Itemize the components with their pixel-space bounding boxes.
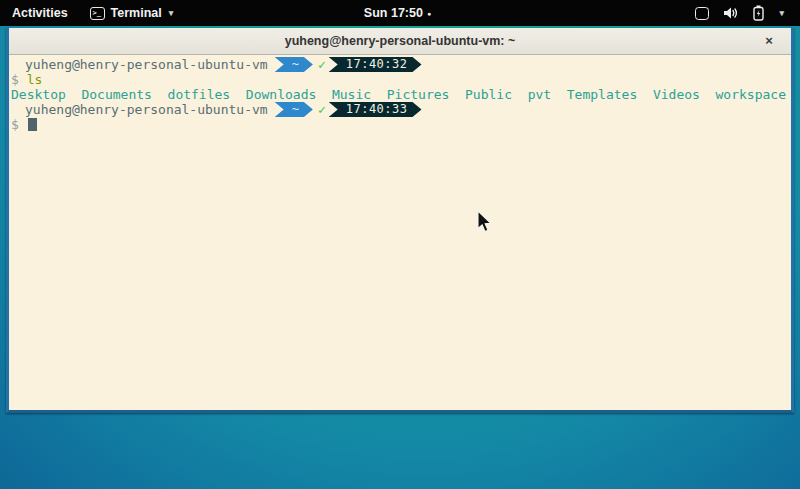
directory-name: Downloads bbox=[246, 87, 316, 102]
directory-name: workspace bbox=[716, 87, 786, 102]
prompt-symbol: $ bbox=[11, 72, 19, 87]
directory-name: Videos bbox=[653, 87, 700, 102]
top-bar: Activities >_ Terminal ▾ Sun 17:50 ● ▾ bbox=[0, 0, 800, 26]
chevron-down-icon: ▾ bbox=[169, 8, 174, 18]
directory-name: Public bbox=[465, 87, 512, 102]
terminal-content[interactable]: yuheng@henry-personal-ubuntu-vm ~ ✓ 17:4… bbox=[9, 55, 791, 410]
terminal-cursor bbox=[28, 118, 37, 131]
battery-charging-icon bbox=[753, 5, 764, 21]
clock-button[interactable]: Sun 17:50 ● bbox=[356, 0, 439, 26]
directory-name: Pictures bbox=[387, 87, 450, 102]
directory-name: Music bbox=[332, 87, 371, 102]
cwd-badge: ~ bbox=[275, 102, 313, 117]
activities-button[interactable]: Activities bbox=[0, 0, 80, 26]
directory-name: Templates bbox=[567, 87, 637, 102]
window-title: yuheng@henry-personal-ubuntu-vm: ~ bbox=[285, 34, 516, 48]
prompt-symbol: $ bbox=[11, 117, 19, 132]
directory-name: pvt bbox=[528, 87, 551, 102]
directory-name: Documents bbox=[81, 87, 151, 102]
input-line: $ bbox=[11, 117, 791, 132]
window-titlebar[interactable]: yuheng@henry-personal-ubuntu-vm: ~ × bbox=[9, 28, 791, 55]
user-host-label: yuheng@henry-personal-ubuntu-vm bbox=[25, 57, 268, 72]
time-badge: 17:40:32 bbox=[329, 57, 422, 72]
desktop-wallpaper: yuheng@henry-personal-ubuntu-vm: ~ × yuh… bbox=[0, 26, 800, 489]
command-line: $ ls bbox=[11, 72, 791, 87]
system-status-menu[interactable]: ▾ bbox=[685, 0, 800, 26]
directory-name: dotfiles bbox=[168, 87, 231, 102]
chevron-down-icon: ▾ bbox=[779, 8, 784, 18]
app-menu-button[interactable]: >_ Terminal ▾ bbox=[80, 0, 184, 26]
directory-name: Desktop bbox=[11, 87, 66, 102]
cwd-badge: ~ bbox=[275, 57, 313, 72]
typed-command: ls bbox=[27, 72, 43, 87]
time-badge: 17:40:33 bbox=[329, 102, 422, 117]
check-icon: ✓ bbox=[318, 102, 326, 117]
app-menu-label: Terminal bbox=[111, 6, 162, 20]
check-icon: ✓ bbox=[318, 57, 326, 72]
ls-output: Desktop Documents dotfiles Downloads Mus… bbox=[11, 87, 791, 102]
prompt-line: yuheng@henry-personal-ubuntu-vm ~ ✓ 17:4… bbox=[11, 102, 791, 117]
clock-label: Sun 17:50 bbox=[364, 6, 423, 20]
terminal-window: yuheng@henry-personal-ubuntu-vm: ~ × yuh… bbox=[6, 28, 794, 413]
terminal-app-icon: >_ bbox=[90, 7, 105, 20]
prompt-line: yuheng@henry-personal-ubuntu-vm ~ ✓ 17:4… bbox=[11, 57, 791, 72]
screen-icon bbox=[695, 7, 709, 20]
user-host-label: yuheng@henry-personal-ubuntu-vm bbox=[25, 102, 268, 117]
volume-icon bbox=[723, 6, 739, 20]
mouse-cursor-icon bbox=[477, 210, 494, 238]
notification-dot-icon: ● bbox=[427, 10, 431, 17]
close-icon[interactable]: × bbox=[760, 32, 778, 50]
